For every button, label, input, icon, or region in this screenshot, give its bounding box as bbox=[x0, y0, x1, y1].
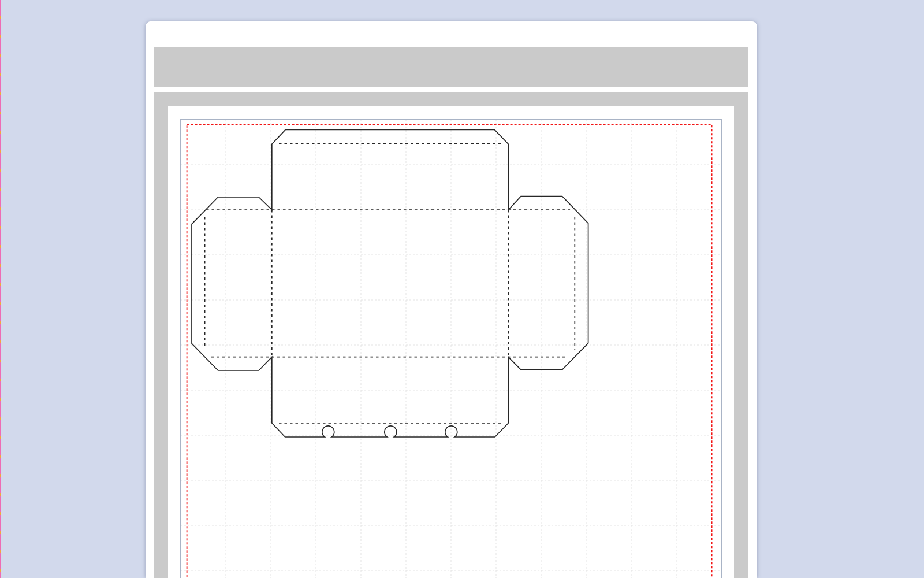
page-svg bbox=[181, 120, 721, 578]
dieline-cut-outline[interactable] bbox=[192, 129, 588, 437]
workspace-frame bbox=[154, 92, 748, 578]
toolbar bbox=[154, 47, 748, 87]
grid bbox=[181, 120, 721, 578]
screen-edge-highlight bbox=[0, 0, 1, 578]
dieline-object[interactable] bbox=[192, 129, 588, 437]
window-titlebar[interactable] bbox=[146, 21, 757, 47]
desktop bbox=[0, 0, 924, 578]
canvas[interactable] bbox=[168, 106, 734, 578]
page bbox=[180, 119, 722, 578]
app-window bbox=[146, 21, 757, 578]
page-margin-guide bbox=[187, 124, 712, 578]
